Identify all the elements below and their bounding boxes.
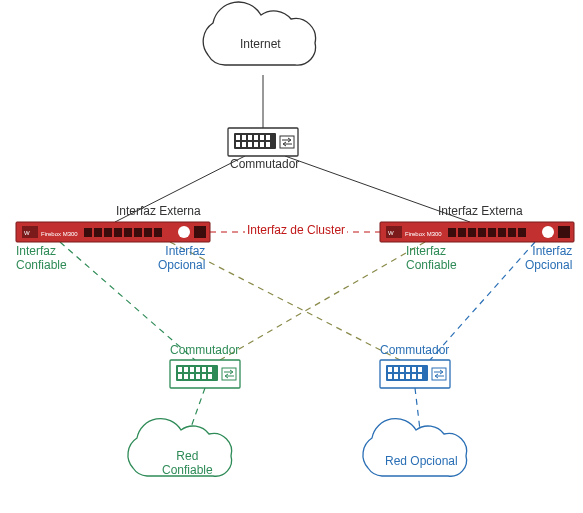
svg-rect-40	[518, 228, 526, 237]
svg-rect-9	[242, 142, 246, 147]
switch-green	[170, 360, 240, 388]
svg-rect-13	[266, 142, 270, 147]
label-trusted-if-left: Interfaz Confiable	[16, 245, 67, 273]
svg-rect-28	[194, 226, 206, 238]
svg-rect-2	[236, 135, 240, 140]
svg-rect-3	[242, 135, 246, 140]
svg-rect-11	[254, 142, 258, 147]
link-greenswitch-cloud	[190, 388, 205, 430]
diagram-canvas: W Firebox M300 W Firebox M300	[0, 0, 583, 513]
svg-rect-26	[154, 228, 162, 237]
svg-rect-21	[104, 228, 112, 237]
svg-rect-64	[412, 367, 416, 372]
firewall-left: W Firebox M300	[16, 222, 210, 242]
svg-rect-20	[94, 228, 102, 237]
switch-top	[228, 128, 298, 156]
svg-rect-51	[178, 374, 182, 379]
svg-point-41	[542, 226, 554, 238]
svg-rect-19	[84, 228, 92, 237]
svg-rect-53	[190, 374, 194, 379]
svg-rect-50	[208, 367, 212, 372]
label-optional-if-right: Interfaz Opcional	[525, 245, 572, 273]
svg-rect-52	[184, 374, 188, 379]
svg-rect-42	[558, 226, 570, 238]
label-switch-blue: Commutador	[380, 344, 449, 358]
label-cluster-if: Interfaz de Cluster	[245, 224, 347, 238]
cloud-internet	[203, 2, 315, 65]
svg-rect-49	[202, 367, 206, 372]
svg-text:W: W	[388, 230, 394, 236]
svg-rect-12	[260, 142, 264, 147]
svg-rect-65	[418, 367, 422, 372]
svg-rect-38	[498, 228, 506, 237]
label-ext-if-left: Interfaz Externa	[116, 205, 201, 219]
svg-rect-60	[388, 367, 392, 372]
svg-text:W: W	[24, 230, 30, 236]
label-trusted-if-right: Interfaz Confiable	[406, 245, 457, 273]
svg-rect-55	[202, 374, 206, 379]
svg-rect-35	[468, 228, 476, 237]
svg-rect-33	[448, 228, 456, 237]
label-trusted-net: Red Confiable	[162, 450, 213, 478]
svg-rect-48	[196, 367, 200, 372]
svg-rect-4	[248, 135, 252, 140]
svg-rect-22	[114, 228, 122, 237]
svg-rect-67	[394, 374, 398, 379]
svg-rect-47	[190, 367, 194, 372]
svg-rect-61	[394, 367, 398, 372]
label-switch-top: Commutador	[230, 158, 299, 172]
svg-rect-70	[412, 374, 416, 379]
link-blueswitch-cloud	[415, 388, 420, 430]
svg-rect-68	[400, 374, 404, 379]
svg-rect-24	[134, 228, 142, 237]
label-switch-green: Commutador	[170, 344, 239, 358]
svg-rect-8	[236, 142, 240, 147]
svg-rect-39	[508, 228, 516, 237]
svg-rect-6	[260, 135, 264, 140]
svg-rect-66	[388, 374, 392, 379]
switch-blue	[380, 360, 450, 388]
svg-rect-62	[400, 367, 404, 372]
svg-rect-7	[266, 135, 270, 140]
svg-rect-71	[418, 374, 422, 379]
svg-rect-45	[178, 367, 182, 372]
svg-rect-46	[184, 367, 188, 372]
svg-rect-25	[144, 228, 152, 237]
svg-rect-36	[478, 228, 486, 237]
firewall-right: W Firebox M300	[380, 222, 574, 242]
label-optional-net: Red Opcional	[385, 455, 458, 469]
label-ext-if-right: Interfaz Externa	[438, 205, 523, 219]
svg-rect-56	[208, 374, 212, 379]
svg-rect-5	[254, 135, 258, 140]
svg-rect-63	[406, 367, 410, 372]
svg-rect-69	[406, 374, 410, 379]
svg-point-27	[178, 226, 190, 238]
label-optional-if-left: Interfaz Opcional	[158, 245, 205, 273]
svg-text:Firebox M300: Firebox M300	[405, 231, 442, 237]
svg-rect-23	[124, 228, 132, 237]
svg-rect-34	[458, 228, 466, 237]
svg-rect-37	[488, 228, 496, 237]
label-internet: Internet	[240, 38, 281, 52]
svg-rect-54	[196, 374, 200, 379]
svg-rect-10	[248, 142, 252, 147]
svg-text:Firebox M300: Firebox M300	[41, 231, 78, 237]
